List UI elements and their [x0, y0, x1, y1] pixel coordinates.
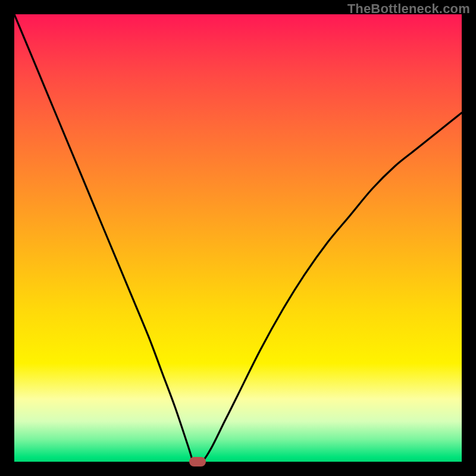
chart-frame: TheBottleneck.com [0, 0, 476, 476]
plot-area [14, 14, 462, 462]
curve-svg [14, 14, 462, 462]
bottleneck-curve [14, 14, 462, 462]
watermark-text: TheBottleneck.com [347, 1, 470, 17]
optimum-marker [189, 457, 206, 466]
